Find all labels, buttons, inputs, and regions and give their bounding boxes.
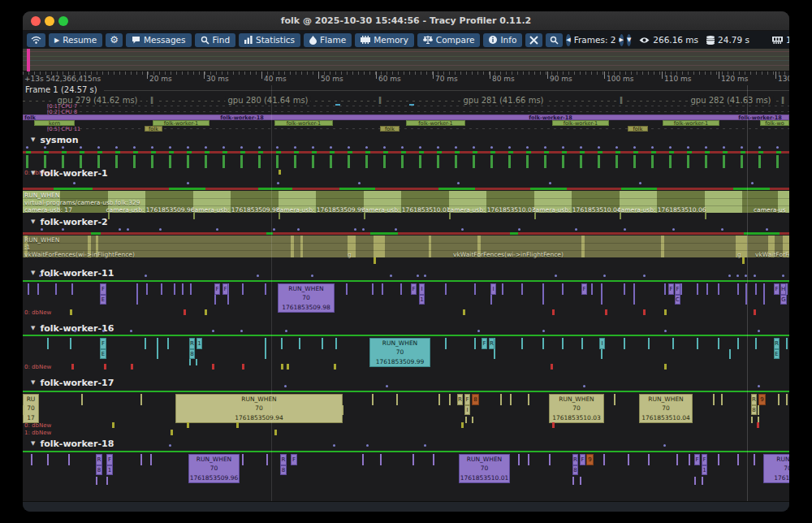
zone-small[interactable]: F [668, 283, 674, 295]
cpu-zone[interactable]: folk-worker-1 [552, 120, 609, 126]
frame-dropdown-button[interactable]: ▼ [627, 34, 631, 46]
zone-small[interactable]: F [100, 283, 106, 295]
collapse-triangle-icon[interactable]: ▼ [31, 440, 35, 447]
zone-small[interactable]: R [96, 454, 102, 465]
zone-small[interactable]: F [675, 283, 680, 295]
zone-small[interactable]: 1 [702, 465, 707, 475]
zone-small[interactable]: R [751, 394, 757, 405]
thread-header-folk-worker-18[interactable]: ▼folk-worker-18 [31, 439, 786, 448]
next-frame-button[interactable]: ▶ [620, 34, 624, 46]
zone-small[interactable]: R [189, 338, 195, 349]
zone-small[interactable]: F [291, 454, 297, 465]
collapse-triangle-icon[interactable]: ▼ [31, 170, 35, 176]
zone-run-when[interactable]: RUN_WHEN701761853509.99 [369, 338, 430, 367]
flame-button[interactable]: Flame [304, 33, 352, 47]
collapse-triangle-icon[interactable]: ▼ [31, 325, 35, 331]
zone-small[interactable]: 8 [189, 349, 195, 359]
cpu-zone[interactable]: folk [380, 126, 400, 132]
prev-frame-button[interactable]: ◀ [566, 34, 570, 46]
zone-small[interactable]: I [490, 283, 496, 295]
zone-run-when[interactable]: RUN_WHEN701761853509.94 [175, 394, 343, 423]
zone-small[interactable]: R [489, 338, 495, 349]
zone-small[interactable]: F [580, 454, 585, 465]
connection-button[interactable] [27, 33, 45, 47]
zone-small[interactable]: 8 [280, 465, 287, 475]
zone-small[interactable]: F [411, 283, 417, 295]
zone-run-when[interactable]: RUN_WHEN701761853510.01 [459, 454, 510, 483]
zone-small[interactable]: F [694, 454, 700, 465]
zone-small[interactable]: I [419, 283, 425, 295]
zone-run-when-clipped[interactable]: RUN_W701761853 [763, 454, 789, 483]
sample-dot [687, 146, 689, 149]
zone-small[interactable]: G [780, 295, 787, 305]
zone-small[interactable]: 1 [197, 338, 202, 349]
thread-header-folk-worker-2[interactable]: ▼folk-worker-2 [31, 217, 786, 227]
zone-small[interactable]: F [106, 454, 113, 465]
find-button[interactable]: Find [195, 33, 236, 47]
thread-header-sysmon[interactable]: ▼sysmon [31, 135, 786, 145]
zone-small[interactable]: E [774, 349, 780, 359]
zone-small[interactable]: 8 [572, 465, 578, 475]
collapse-triangle-icon[interactable]: ▼ [31, 136, 35, 143]
zone-small[interactable]: 9 [758, 394, 766, 405]
zone-small[interactable]: F [581, 283, 587, 295]
zone-small[interactable]: F [214, 283, 220, 295]
thread-header-folk-worker-16[interactable]: ▼folk-worker-16 [31, 323, 786, 333]
zone-small[interactable]: E [100, 295, 106, 305]
statistics-button[interactable]: Statistics [239, 33, 300, 47]
info-button[interactable]: Info [483, 33, 522, 47]
collapse-triangle-icon[interactable]: ▼ [31, 270, 35, 276]
zone-small[interactable]: F [774, 283, 780, 295]
zone-small[interactable]: R [457, 394, 463, 405]
cpu-zone[interactable]: folk-worker-1 [663, 120, 719, 126]
zone-small[interactable]: I [464, 405, 470, 415]
zone-small[interactable]: 8 [96, 465, 102, 475]
zone-small[interactable]: F [482, 338, 487, 349]
zone-small[interactable]: F [222, 283, 228, 295]
zone-small[interactable]: F [100, 338, 106, 349]
zone-small[interactable]: I [599, 338, 605, 349]
resume-button[interactable]: ▶Resume [49, 33, 102, 47]
zone-small[interactable]: R [774, 338, 780, 349]
zone-small[interactable]: 1 [106, 465, 113, 475]
collapse-triangle-icon[interactable]: ▼ [31, 379, 35, 386]
cpu-zone[interactable]: folk [628, 126, 648, 132]
zone-small[interactable]: E [100, 349, 106, 359]
settings-button[interactable]: ⚙ [106, 33, 123, 47]
zone-run-when-clipped[interactable]: RU7017 [23, 394, 39, 423]
compare-button[interactable]: Compare [417, 33, 481, 47]
cpu-zone[interactable]: kern [34, 120, 75, 126]
thread-header-folk-worker-1[interactable]: ▼folk-worker-1 [31, 168, 786, 178]
zoom-search-button[interactable] [546, 33, 563, 47]
zone-small[interactable]: R [572, 454, 578, 465]
cpu-zone[interactable]: folk-worker-1 [274, 120, 333, 126]
zone-small[interactable]: 1 [419, 295, 425, 305]
zone-small[interactable]: F [702, 454, 707, 465]
zone-run-when[interactable]: RUN_WHEN701761853510.04 [639, 394, 693, 423]
zone-run-when[interactable]: RUN_WHEN701761853509.96 [188, 454, 240, 483]
cpu-zone[interactable]: folk-wo [760, 120, 789, 126]
zone-small[interactable]: H [780, 283, 786, 295]
cpu-zone[interactable]: folk [145, 126, 162, 132]
overview-view-cursor[interactable] [27, 49, 30, 71]
zone-run-when[interactable]: RUN_WHEN701761853510.03 [549, 394, 604, 423]
collapse-triangle-icon[interactable]: ▼ [31, 218, 35, 225]
zone-small[interactable]: 9 [586, 454, 594, 465]
time-ruler[interactable]: +13s 542,366,415ns 20 ms30 ms40 ms50 ms6… [23, 71, 789, 85]
thread-header-folk-worker-17[interactable]: ▼folk-worker-17 [31, 378, 786, 387]
timeline-area[interactable]: Frame 1 (24.57 s)gpu 279 (41.62 ms)gpu 2… [23, 85, 789, 501]
zone-run-when[interactable]: RUN_WHEN701761853509.98 [278, 283, 335, 313]
zone-small[interactable]: C [675, 295, 680, 305]
zone-small[interactable]: R [280, 454, 287, 465]
messages-button[interactable]: Messages [126, 33, 192, 47]
frames-overview-strip[interactable] [23, 49, 789, 71]
zone-band[interactable] [23, 236, 789, 257]
cpu-zone[interactable]: folk-worker-1 [406, 120, 465, 126]
zone-small[interactable]: 8 [751, 405, 757, 415]
zone-small[interactable]: 8 [472, 394, 479, 405]
cpu-zone[interactable]: folk-worker-1 [153, 120, 209, 126]
cpu-band-folk-worker-18[interactable] [23, 115, 789, 120]
memory-button[interactable]: Memory [355, 33, 414, 47]
zone-small[interactable]: F [464, 394, 470, 405]
tools-button[interactable] [525, 33, 542, 47]
